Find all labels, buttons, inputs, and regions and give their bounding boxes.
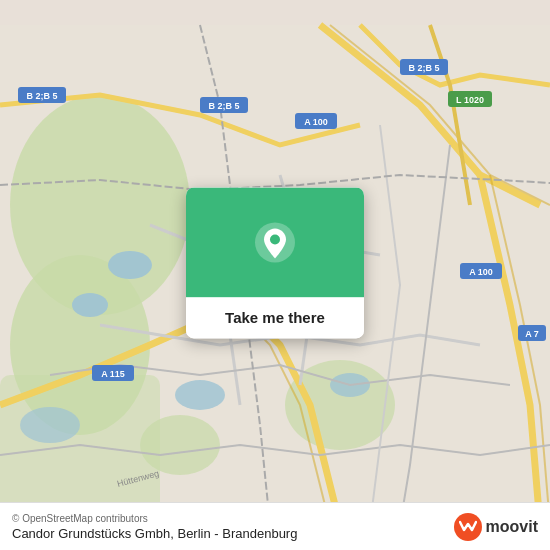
moovit-brand-name: moovit xyxy=(486,518,538,536)
location-label: Candor Grundstücks Gmbh, Berlin - Brande… xyxy=(12,526,297,541)
svg-text:B 2;B 5: B 2;B 5 xyxy=(26,91,57,101)
svg-point-6 xyxy=(108,251,152,279)
popup-card: Take me there xyxy=(186,187,364,338)
copyright-text: © OpenStreetMap contributors xyxy=(12,513,297,524)
svg-text:A 100: A 100 xyxy=(304,117,328,127)
moovit-logo: moovit xyxy=(454,513,538,541)
map-container: B 2;B 5 B 2;B 5 B 2;B 5 A 100 A 100 A 11… xyxy=(0,0,550,550)
svg-point-31 xyxy=(270,234,280,244)
location-pin-icon xyxy=(253,220,297,264)
svg-point-7 xyxy=(72,293,108,317)
svg-text:L 1020: L 1020 xyxy=(456,95,484,105)
popup-green-area xyxy=(186,187,364,297)
bottom-left-info: © OpenStreetMap contributors Candor Grun… xyxy=(12,513,297,541)
svg-text:B 2;B 5: B 2;B 5 xyxy=(208,101,239,111)
moovit-icon xyxy=(454,513,482,541)
svg-text:B 2;B 5: B 2;B 5 xyxy=(408,63,439,73)
svg-point-8 xyxy=(175,380,225,410)
take-me-there-button[interactable]: Take me there xyxy=(186,297,364,338)
svg-text:A 100: A 100 xyxy=(469,267,493,277)
svg-text:A 7: A 7 xyxy=(525,329,539,339)
bottom-bar: © OpenStreetMap contributors Candor Grun… xyxy=(0,502,550,550)
svg-text:A 115: A 115 xyxy=(101,369,125,379)
svg-point-10 xyxy=(20,407,80,443)
